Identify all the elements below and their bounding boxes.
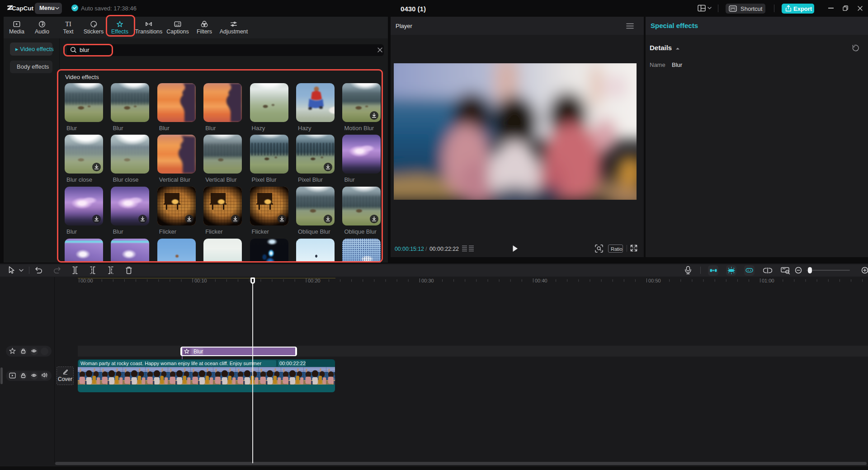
svg-text:TI: TI [65,20,71,28]
